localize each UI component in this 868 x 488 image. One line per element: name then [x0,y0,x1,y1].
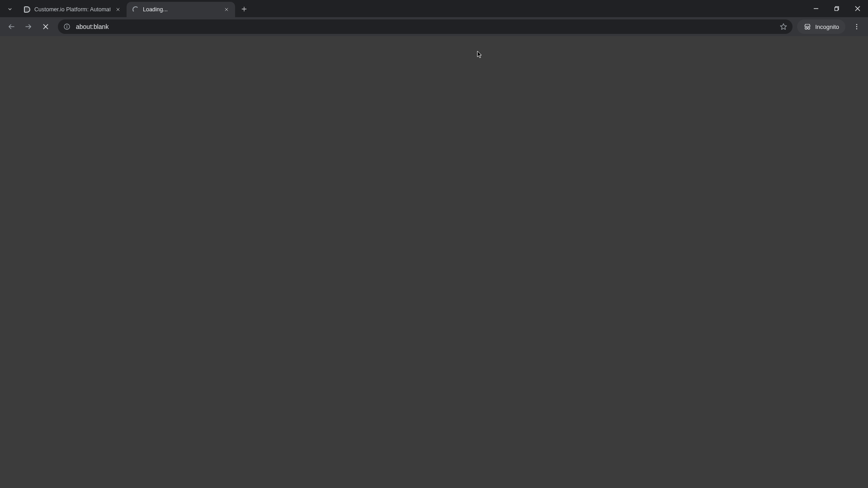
search-tabs-button[interactable] [4,3,16,15]
kebab-icon [853,23,860,30]
nav-stop-button[interactable] [38,19,53,34]
incognito-indicator[interactable]: Incognito [797,19,845,34]
svg-point-7 [856,26,857,27]
bookmark-button[interactable] [777,20,790,33]
close-icon [42,23,49,30]
page-viewport [0,36,868,488]
tab-title: Customer.io Platform: Automat [34,6,110,13]
tab-customerio[interactable]: Customer.io Platform: Automat [18,2,127,17]
star-icon [779,23,788,31]
nav-back-button[interactable] [4,19,19,34]
chrome-menu-button[interactable] [849,19,864,34]
titlebar-drag-region[interactable] [250,0,806,17]
loading-spinner-icon [132,6,139,13]
url-text: about:blank [76,23,773,30]
site-info-button[interactable] [62,22,71,31]
svg-rect-1 [835,8,838,11]
window-close-button[interactable] [847,0,868,17]
close-icon [224,7,229,12]
plus-icon [241,6,247,12]
arrow-right-icon [24,23,33,31]
minimize-icon [813,6,819,11]
tab-loading[interactable]: Loading... [127,2,235,17]
close-icon [116,7,120,12]
arrow-left-icon [7,23,15,31]
new-tab-button[interactable] [238,3,250,15]
browser-toolbar: about:blank Incognito [0,17,868,36]
svg-point-4 [805,27,807,29]
window-maximize-button[interactable] [826,0,847,17]
svg-point-6 [856,24,857,25]
tab-close-button[interactable] [222,5,231,14]
maximize-icon [834,6,840,11]
window-controls [806,0,868,17]
chevron-down-icon [7,6,13,12]
close-icon [855,6,860,11]
tab-title: Loading... [143,6,219,13]
incognito-label: Incognito [815,23,839,30]
incognito-icon [803,23,811,31]
mouse-cursor-icon [477,51,482,59]
svg-point-3 [66,25,67,26]
svg-point-5 [808,27,810,29]
address-bar[interactable]: about:blank [58,19,793,34]
info-icon [63,23,71,30]
window-minimize-button[interactable] [806,0,826,17]
nav-forward-button[interactable] [21,19,36,34]
svg-point-8 [856,28,857,29]
tab-close-button[interactable] [114,5,122,14]
customerio-favicon-icon [24,6,31,13]
browser-tab-strip: Customer.io Platform: Automat Loading... [0,0,868,17]
